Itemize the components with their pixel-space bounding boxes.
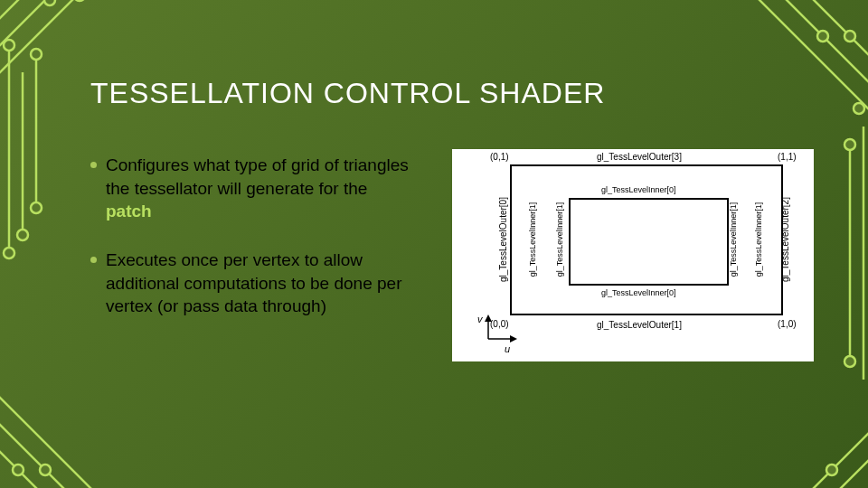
svg-line-28 bbox=[778, 416, 868, 488]
bullet-icon bbox=[90, 257, 97, 263]
slide-title: TESSELLATION CONTROL SHADER bbox=[90, 77, 605, 110]
corner-br: (1,0) bbox=[778, 319, 797, 329]
list-item: Executes once per vertex to allow additi… bbox=[90, 249, 416, 318]
svg-point-12 bbox=[31, 49, 42, 60]
label-inner-left: gl_TessLevelInner[1] bbox=[555, 202, 564, 277]
label-inner-right-gap: gl_TessLevelInner[1] bbox=[754, 202, 763, 277]
corner-bl: (0,0) bbox=[490, 319, 509, 329]
svg-point-9 bbox=[17, 230, 28, 240]
svg-line-0 bbox=[0, 0, 63, 63]
label-inner-top: gl_TessLevelInner[0] bbox=[601, 185, 676, 194]
list-item: Configures what type of grid of triangle… bbox=[90, 154, 416, 223]
svg-point-16 bbox=[13, 465, 24, 475]
svg-line-15 bbox=[0, 380, 127, 488]
label-outer-left: gl_TessLevelOuter[0] bbox=[498, 197, 508, 282]
svg-point-23 bbox=[854, 103, 864, 114]
svg-point-21 bbox=[844, 31, 855, 42]
label-outer-right: gl_TessLevelOuter[2] bbox=[780, 197, 790, 282]
text-run: Configures what type of grid of triangle… bbox=[106, 155, 409, 198]
svg-point-3 bbox=[44, 0, 55, 5]
corner-tr: (1,1) bbox=[778, 152, 797, 162]
corner-tl: (0,1) bbox=[490, 152, 509, 162]
svg-line-20 bbox=[741, 0, 868, 127]
svg-line-13 bbox=[0, 434, 72, 488]
svg-line-14 bbox=[0, 407, 99, 488]
svg-point-8 bbox=[4, 248, 14, 258]
svg-line-1 bbox=[0, 0, 90, 90]
label-outer-top: gl_TessLevelOuter[3] bbox=[597, 152, 682, 162]
svg-line-19 bbox=[769, 0, 868, 99]
svg-point-27 bbox=[844, 356, 855, 367]
svg-line-18 bbox=[796, 0, 868, 72]
axis-u-label: u bbox=[505, 343, 510, 354]
tessellation-diagram: (0,1) (1,1) (0,0) (1,0) gl_TessLevelOute… bbox=[452, 149, 814, 361]
bullet-list: Configures what type of grid of triangle… bbox=[90, 154, 416, 343]
svg-point-10 bbox=[31, 202, 42, 213]
label-outer-bottom: gl_TessLevelOuter[1] bbox=[597, 320, 682, 330]
text-run: Executes once per vertex to allow additi… bbox=[106, 250, 401, 315]
svg-point-30 bbox=[826, 465, 837, 475]
keyword: patch bbox=[106, 202, 152, 221]
bullet-text: Executes once per vertex to allow additi… bbox=[106, 249, 416, 318]
svg-point-26 bbox=[844, 139, 855, 150]
bullet-text: Configures what type of grid of triangle… bbox=[106, 154, 416, 223]
svg-line-29 bbox=[805, 443, 868, 488]
svg-point-17 bbox=[40, 465, 51, 475]
svg-point-11 bbox=[4, 40, 14, 51]
svg-point-4 bbox=[74, 0, 85, 1]
svg-line-2 bbox=[0, 0, 36, 36]
label-inner-right: gl_TessLevelInner[1] bbox=[729, 202, 738, 277]
bullet-icon bbox=[90, 162, 97, 168]
svg-point-22 bbox=[817, 31, 828, 42]
slide: TESSELLATION CONTROL SHADER Configures w… bbox=[0, 0, 868, 488]
label-inner-left-gap: gl_TessLevelInner[1] bbox=[528, 202, 537, 277]
label-inner-bottom: gl_TessLevelInner[0] bbox=[601, 288, 676, 297]
